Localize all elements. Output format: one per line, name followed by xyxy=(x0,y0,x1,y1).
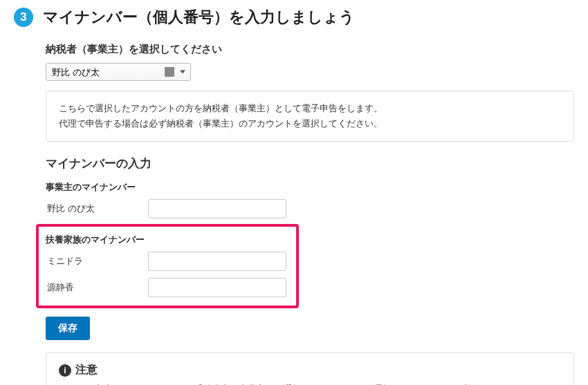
taxpayer-select-label: 納税者（事業主）を選択してください xyxy=(46,43,574,56)
mynumber-heading: マイナンバーの入力 xyxy=(46,156,574,171)
owner-mynumber-label: 事業主のマイナンバー xyxy=(46,181,574,194)
dependent-mynumber-input[interactable] xyxy=(148,278,286,297)
dependent-row: ミニドラ xyxy=(46,252,289,271)
dependent-mynumber-label: 扶養家族のマイナンバー xyxy=(46,234,289,246)
taxpayer-info-box: こちらで選択したアカウントの方を納税者（事業主）として電子申告をします。 代理で… xyxy=(46,91,574,142)
info-line-2: 代理で申告する場合は必ず納税者（事業主）のアカウントを選択してください。 xyxy=(59,116,561,131)
owner-name: 野比 のび太 xyxy=(46,203,143,215)
notice-title-text: 注意 xyxy=(75,363,98,377)
step-title: マイナンバー（個人番号）を入力しましょう xyxy=(43,7,355,28)
dependent-mynumber-input[interactable] xyxy=(148,252,286,271)
taxpayer-select[interactable]: 野比 のび太 xyxy=(46,63,191,81)
step-number-badge: 3 xyxy=(14,8,33,27)
owner-mynumber-input[interactable] xyxy=(148,199,286,218)
dependent-name: 源静香 xyxy=(46,281,143,294)
dependent-row: 源静香 xyxy=(46,278,289,297)
save-button[interactable]: 保存 xyxy=(46,317,90,340)
dependent-name: ミニドラ xyxy=(46,255,143,267)
notice-line-1: こちらで入力したマイナンバーは「納税者（事業主）を選択してください」で選択したア… xyxy=(59,382,561,385)
info-icon: i xyxy=(59,364,71,377)
notice-box: i 注意 こちらで入力したマイナンバーは「納税者（事業主）を選択してください」で… xyxy=(46,353,574,385)
dependent-mynumber-block: 扶養家族のマイナンバー ミニドラ 源静香 xyxy=(36,224,299,308)
info-line-1: こちらで選択したアカウントの方を納税者（事業主）として電子申告をします。 xyxy=(59,101,561,116)
